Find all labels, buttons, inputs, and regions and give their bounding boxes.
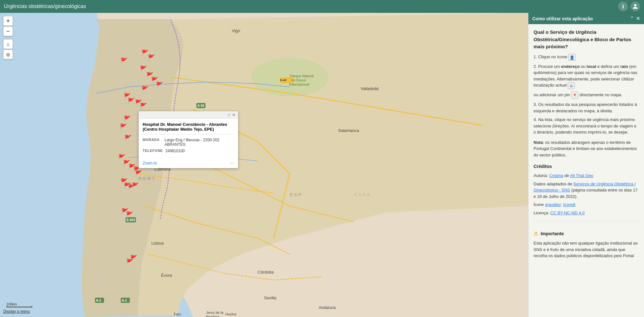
right-panel: Como utilizar esta aplicação ⌃ ✕ Qual o …: [528, 13, 644, 317]
zoom-out-button[interactable]: −: [3, 26, 13, 36]
credits-autoria: Autoria: Cristina de All That Geo: [534, 172, 639, 179]
svg-text:Huelva: Huelva: [225, 312, 237, 316]
info-button[interactable]: ℹ: [618, 2, 628, 11]
map-marker[interactable]: 🚩: [132, 182, 139, 189]
svg-text:Sevilla: Sevilla: [264, 295, 277, 300]
instruction-4: 4. Na lista, clique no serviço de urgênc…: [534, 117, 639, 135]
popup-minimize-button[interactable]: □: [228, 113, 230, 117]
svg-text:Internacional: Internacional: [289, 82, 309, 86]
map-marker[interactable]: 🚩: [126, 211, 133, 218]
svg-text:E S P: E S P: [290, 192, 301, 197]
svg-text:A-50: A-50: [197, 104, 204, 107]
map-marker[interactable]: 🚩: [120, 123, 127, 130]
panel-heading: Qual o Serviço de Urgência Obstétrica/Gi…: [534, 29, 639, 51]
instruction-4-text: 4. Na lista, clique no serviço de urgênc…: [534, 117, 636, 135]
display-menu-link[interactable]: Display a menu: [3, 309, 30, 314]
popup-header: □ ✕: [139, 111, 238, 119]
home-button[interactable]: ⌂: [3, 39, 13, 49]
panel-collapse-button[interactable]: ⌃: [630, 15, 634, 22]
instruction-3: 3. Os resultados da sua pesquisa aparece…: [534, 101, 639, 114]
svg-text:Faro: Faro: [174, 312, 181, 316]
location-popup: □ ✕ Hospital Dr. Manoel Constâncio - Abr…: [138, 111, 238, 168]
map-marker[interactable]: 🚩: [140, 102, 147, 109]
credits-dados: Dados adaptados de Serviços de Urgência …: [534, 181, 639, 200]
popup-morada-value: Largo Eng.º Bioucas - 2200-202 ABRANTES: [165, 138, 234, 147]
instruction-2: 2. Procure um endereço ou local e defina…: [534, 63, 639, 89]
popup-body: Hospital Dr. Manoel Constâncio - Abrante…: [139, 119, 238, 158]
map-controls: + − ⌂ ◎: [3, 16, 13, 59]
svg-text:Frontera: Frontera: [206, 315, 220, 317]
gravidez-link[interactable]: gravidez: [545, 202, 561, 207]
svg-text:do Douro: do Douro: [291, 78, 306, 82]
allthatgeo-link[interactable]: All That Geo: [570, 173, 593, 178]
icons8-link[interactable]: Icons8: [563, 202, 575, 207]
map-marker[interactable]: 🚩: [135, 170, 142, 177]
instruction-1: 1. Clique no ícone 👤: [534, 54, 639, 61]
svg-text:Córdoba: Córdoba: [258, 270, 274, 275]
svg-text:Jerez de la: Jerez de la: [206, 311, 224, 314]
svg-text:A-2: A-2: [122, 299, 127, 302]
user-button[interactable]: [630, 2, 640, 11]
cristina-link[interactable]: Cristina: [549, 173, 563, 178]
svg-text:E-803: E-803: [127, 218, 135, 222]
warning-icon: ⚠: [534, 231, 538, 236]
popup-more-button[interactable]: ···: [230, 160, 234, 166]
importante-heading: ⚠ Importante: [534, 230, 639, 238]
svg-text:Vigo: Vigo: [232, 28, 240, 33]
svg-text:Évora: Évora: [161, 273, 172, 278]
svg-text:Andalucia: Andalucia: [319, 305, 336, 310]
map-marker[interactable]: 🚩: [141, 49, 148, 56]
popup-footer: Zoom to ···: [139, 158, 238, 168]
map-marker[interactable]: 🚩: [156, 81, 163, 89]
zoom-in-button[interactable]: +: [3, 16, 13, 26]
svg-text:Parque Natural: Parque Natural: [290, 74, 314, 78]
instruction-1-num: 1. Clique no ícone: [534, 54, 568, 59]
header-icons: ℹ: [618, 2, 640, 11]
popup-address-field: MORADA Largo Eng.º Bioucas - 2200-202 AB…: [143, 138, 234, 147]
popup-telefone-label: TELEFONE: [143, 149, 163, 153]
popup-telefone-value: 249810100: [166, 149, 185, 153]
note-text: : os resultados abrangem apenas o territ…: [534, 140, 637, 157]
map-svg: Vigo Valladolid Salamanca Porto Parque N…: [0, 13, 528, 317]
map-marker[interactable]: 🚩: [141, 86, 148, 93]
cc-link[interactable]: CC BY-NC-ND 4.0: [550, 210, 584, 215]
credits-heading: Créditos: [534, 163, 639, 170]
instruction-2b-text: ou adicionar um pin 📍 directamente no ma…: [534, 92, 622, 97]
user-icon-inline: 👤: [568, 54, 575, 61]
svg-text:E S P A: E S P A: [354, 192, 370, 197]
credits-icone: Ícone gravidez: Icons8: [534, 201, 639, 208]
map-marker[interactable]: 🚩: [140, 65, 147, 72]
map-marker[interactable]: 🚩: [148, 54, 155, 61]
note-heading: Nota: [534, 140, 543, 145]
popup-morada-label: MORADA: [143, 138, 162, 147]
map-marker[interactable]: 🚩: [124, 135, 131, 142]
svg-text:Valladolid: Valladolid: [361, 86, 378, 91]
instruction-2-text: 2. Procure um endereço ou local e defina…: [534, 64, 637, 88]
panel-close-button[interactable]: ✕: [636, 15, 640, 22]
map-marker[interactable]: 🚩: [128, 98, 135, 105]
map-marker[interactable]: 🚩: [124, 115, 131, 122]
popup-zoom-link[interactable]: Zoom to: [143, 161, 157, 165]
map-marker[interactable]: 🚩: [120, 57, 128, 64]
credits-licenca: Licença: CC BY-NC-ND 4.0: [534, 210, 639, 216]
important-section: ⚠ Importante Esta aplicação não tem qual…: [534, 221, 639, 259]
popup-close-button[interactable]: ✕: [232, 113, 235, 117]
importante-text: Esta aplicação não tem qualquer ligação …: [534, 240, 639, 259]
map-container[interactable]: Vigo Valladolid Salamanca Porto Parque N…: [0, 13, 528, 317]
instruction-2b: ou adicionar um pin 📍 directamente no ma…: [534, 92, 639, 99]
credits-section: Créditos Autoria: Cristina de All That G…: [534, 163, 639, 216]
svg-text:Lisboa: Lisboa: [151, 241, 164, 246]
app-title: Urgências obstétricas/ginecológicas: [4, 4, 86, 9]
panel-controls: ⌃ ✕: [630, 15, 640, 22]
svg-text:E-40: E-40: [280, 79, 286, 82]
panel-header: Como utilizar esta aplicação ⌃ ✕: [528, 13, 644, 24]
instruction-3-text: 3. Os resultados da sua pesquisa aparece…: [534, 102, 637, 113]
svg-text:A-2: A-2: [96, 299, 101, 302]
map-marker[interactable]: 🚩: [126, 258, 133, 266]
header: Urgências obstétricas/ginecológicas ℹ: [0, 0, 644, 13]
note-section: Nota: os resultados abrangem apenas o te…: [534, 139, 639, 158]
popup-phone-field: TELEFONE 249810100: [143, 149, 234, 153]
scale-line: [6, 306, 32, 307]
scale-bar: 100km: [6, 302, 32, 307]
locate-button[interactable]: ◎: [3, 50, 13, 59]
